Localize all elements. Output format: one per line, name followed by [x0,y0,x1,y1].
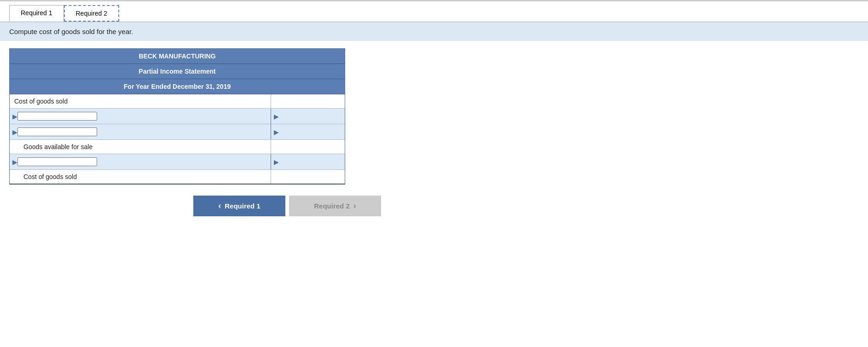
next-button-label: Required 2 [314,202,350,210]
goods-available-label: Goods available for sale [10,140,271,154]
input-row-3: ▶ ▶ [10,154,345,170]
arrow-left-icon-1: ▶ [12,113,17,120]
tab-required1[interactable]: Required 1 [9,5,64,22]
cogs-label: Cost of goods sold [10,94,271,108]
arrow-left-icon-2b: ▶ [274,128,279,136]
input-field-label-1[interactable] [17,112,97,121]
goods-available-row: Goods available for sale [10,140,345,154]
input-value-arrow-1: ▶ [271,109,345,124]
prev-icon: ‹ [218,201,221,211]
arrow-left-icon-1b: ▶ [274,113,279,120]
arrow-left-icon-3b: ▶ [274,158,279,166]
arrow-left-icon-3: ▶ [12,158,17,166]
input-field-label-3[interactable] [17,157,97,166]
table-title1: BECK MANUFACTURING [10,49,345,64]
cogs-value [271,94,345,108]
table-title2: Partial Income Statement [10,64,345,79]
table-title3: For Year Ended December 31, 2019 [10,79,345,94]
input-row-2: ▶ ▶ [10,124,345,140]
cost-goods-sold-row: Cost of goods sold [10,170,345,184]
prev-button[interactable]: ‹ Required 1 [193,196,285,216]
tab-required2[interactable]: Required 2 [64,5,120,22]
tabs-container: Required 1 Required 2 [0,1,868,22]
next-icon: › [353,201,356,211]
input-label-arrow-2: ▶ [10,124,271,139]
tab-required1-label: Required 1 [21,9,52,17]
tab-required2-label: Required 2 [76,10,108,17]
input-value-arrow-2: ▶ [271,124,345,139]
goods-available-value [271,140,345,154]
next-button[interactable]: Required 2 › [289,196,381,216]
cost-goods-sold-input[interactable] [276,173,340,180]
income-statement-table: BECK MANUFACTURING Partial Income Statem… [9,48,345,185]
input-row-1: ▶ ▶ [10,109,345,124]
input-field-value-3[interactable] [279,158,325,166]
input-label-arrow-1: ▶ [10,109,271,124]
main-content: BECK MANUFACTURING Partial Income Statem… [0,48,868,226]
input-value-arrow-3: ▶ [271,154,345,169]
prev-button-label: Required 1 [225,202,260,210]
cost-goods-sold-value [271,170,345,184]
table-row-cogs-header: Cost of goods sold [10,94,345,109]
instruction-text: Compute cost of goods sold for the year. [9,28,133,35]
input-field-value-2[interactable] [279,128,325,136]
arrow-left-icon-2: ▶ [12,128,17,136]
input-field-value-1[interactable] [279,113,325,120]
input-label-arrow-3: ▶ [10,154,271,169]
input-field-label-2[interactable] [17,127,97,136]
nav-buttons: ‹ Required 1 Required 2 › [9,196,859,216]
cost-goods-sold-label: Cost of goods sold [10,170,271,184]
instruction-bar: Compute cost of goods sold for the year. [0,22,868,41]
